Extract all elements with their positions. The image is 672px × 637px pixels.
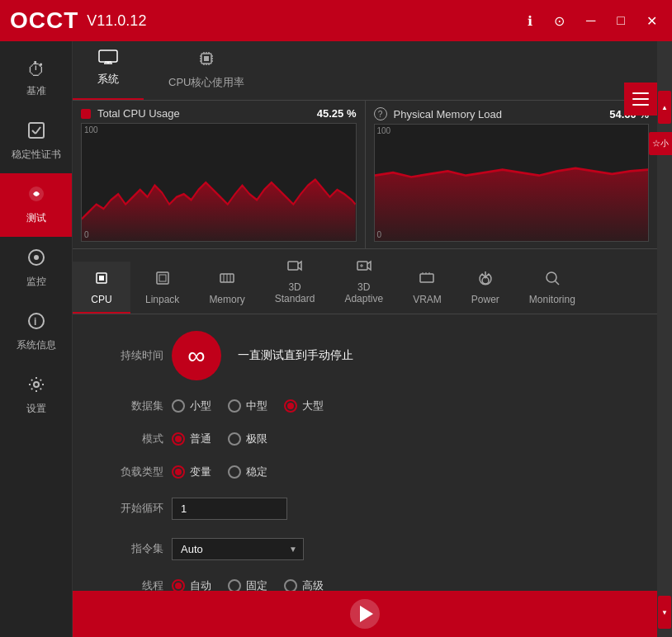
thread-auto-radio-inner xyxy=(175,583,182,589)
sidebar-label-test: 测试 xyxy=(26,211,46,225)
memory-load-panel: ? Physical Memory Load 54.60 % 100 0 xyxy=(366,101,658,248)
instruction-set-label: 指令集 xyxy=(97,541,163,556)
memory-help-icon[interactable]: ? xyxy=(374,107,387,120)
mode-extreme[interactable]: 极限 xyxy=(228,432,267,446)
right-panel-scroll-down[interactable]: ▼ xyxy=(658,596,671,629)
sub-tab-power[interactable]: Power xyxy=(457,262,514,314)
tab-cpu-cores-label: CPU核心使用率 xyxy=(168,75,244,90)
thread-fixed-radio[interactable] xyxy=(228,579,241,591)
svg-rect-28 xyxy=(99,276,104,281)
svg-rect-37 xyxy=(420,274,433,282)
start-cycle-input[interactable] xyxy=(172,498,287,520)
settings-area: 持续时间 ∞ 一直测试直到手动停止 数据集 小型 xyxy=(73,314,657,591)
duration-content: ∞ 一直测试直到手动停止 xyxy=(172,331,632,380)
right-panel-favorite[interactable]: ☆小 xyxy=(649,132,672,155)
menu-line-2 xyxy=(632,98,649,100)
sidebar-item-test[interactable]: 测试 xyxy=(0,173,72,237)
cpu-usage-header: Total CPU Usage 45.25 % xyxy=(81,107,357,120)
sidebar-item-sysinfo[interactable]: i 系统信息 xyxy=(0,300,72,364)
sub-tab-3d-standard[interactable]: 3DStandard xyxy=(260,249,330,314)
svg-rect-35 xyxy=(288,262,298,270)
tab-cpu-cores[interactable]: CPU核心使用率 xyxy=(144,41,269,100)
menu-button[interactable] xyxy=(624,83,657,116)
svg-line-2 xyxy=(35,127,40,134)
sub-tab-cpu[interactable]: CPU xyxy=(73,262,130,314)
main-layout: ⏱ 基准 稳定性证书 测试 xyxy=(0,41,672,637)
load-type-variable[interactable]: 变量 xyxy=(172,465,211,479)
thread-label: 线程 xyxy=(97,578,163,591)
monitor-icon xyxy=(27,248,45,270)
monitoring-subtab-icon xyxy=(544,270,561,290)
sub-tab-linpack-label: Linpack xyxy=(145,294,179,305)
thread-advanced[interactable]: 高级 xyxy=(284,578,324,591)
start-cycle-row: 开始循环 xyxy=(97,498,632,520)
mode-extreme-radio[interactable] xyxy=(228,432,241,446)
thread-auto-label: 自动 xyxy=(190,578,211,591)
dataset-large[interactable]: 大型 xyxy=(284,399,324,413)
sub-tab-3d-adaptive[interactable]: 3DAdaptive xyxy=(329,249,398,314)
cpu-usage-title: Total CPU Usage xyxy=(97,107,310,120)
sidebar-item-stability[interactable]: 稳定性证书 xyxy=(0,110,72,173)
svg-rect-30 xyxy=(159,275,166,281)
thread-fixed-label: 固定 xyxy=(246,578,267,591)
sub-tab-linpack[interactable]: Linpack xyxy=(130,262,194,314)
monitor-area: Total CPU Usage 45.25 % 100 0 xyxy=(73,101,657,249)
start-cycle-label: 开始循环 xyxy=(97,501,163,516)
dataset-label: 数据集 xyxy=(97,399,163,413)
sidebar-item-settings[interactable]: 设置 xyxy=(0,364,72,427)
load-variable-radio[interactable] xyxy=(172,465,185,479)
cpu-usage-panel: Total CPU Usage 45.25 % 100 0 xyxy=(73,101,366,248)
settings-icon xyxy=(27,375,45,397)
close-button[interactable]: ✕ xyxy=(641,10,662,32)
camera-button[interactable]: ⊙ xyxy=(549,10,570,32)
menu-line-3 xyxy=(632,104,649,106)
right-panel-scroll-up[interactable]: ▲ xyxy=(658,91,671,124)
cpu-subtab-icon xyxy=(93,270,110,290)
svg-point-41 xyxy=(482,277,489,284)
thread-auto-radio[interactable] xyxy=(172,579,185,591)
sidebar-item-benchmark[interactable]: ⏱ 基准 xyxy=(0,50,72,110)
thread-advanced-label: 高级 xyxy=(302,578,324,591)
mode-normal-radio[interactable] xyxy=(172,432,185,446)
benchmark-icon: ⏱ xyxy=(27,61,45,79)
load-stable-radio[interactable] xyxy=(228,465,241,479)
load-variable-radio-inner xyxy=(175,469,182,475)
app-logo: OCCT xyxy=(10,7,78,34)
sidebar-label-monitor: 监控 xyxy=(26,275,46,289)
play-button[interactable] xyxy=(350,599,380,629)
svg-rect-14 xyxy=(204,56,209,61)
sidebar-item-monitor[interactable]: 监控 xyxy=(0,237,72,300)
tab-system[interactable]: 系统 xyxy=(73,41,144,100)
bottom-bar[interactable] xyxy=(73,591,657,637)
thread-advanced-radio[interactable] xyxy=(284,579,297,591)
dataset-medium[interactable]: 中型 xyxy=(228,399,267,413)
dataset-medium-radio[interactable] xyxy=(228,399,241,413)
mem-chart-max: 100 xyxy=(377,126,391,135)
sub-tab-power-label: Power xyxy=(471,294,499,305)
info-button[interactable]: ℹ xyxy=(523,10,537,32)
sub-tab-vram[interactable]: VRAM xyxy=(398,262,457,314)
dataset-row: 数据集 小型 中型 xyxy=(97,399,632,413)
test-icon xyxy=(27,185,45,206)
dataset-small-radio[interactable] xyxy=(172,399,185,413)
menu-line-1 xyxy=(632,92,649,94)
sub-tab-memory[interactable]: Memory xyxy=(194,262,259,314)
load-type-stable[interactable]: 稳定 xyxy=(228,465,267,479)
titlebar-controls: ℹ ⊙ ─ □ ✕ xyxy=(523,10,662,32)
thread-fixed[interactable]: 固定 xyxy=(228,578,267,591)
minimize-button[interactable]: ─ xyxy=(581,10,600,31)
dataset-small[interactable]: 小型 xyxy=(172,399,211,413)
content-area: 系统 xyxy=(73,41,657,637)
memory-load-chart: 100 0 xyxy=(374,124,650,242)
sub-tab-monitoring[interactable]: Monitoring xyxy=(514,262,590,314)
dataset-large-radio[interactable] xyxy=(284,399,297,413)
instruction-set-select[interactable]: Auto SSE AVX AVX2 AVX512 xyxy=(172,538,304,560)
mode-normal[interactable]: 普通 xyxy=(172,432,211,446)
cpu-usage-indicator xyxy=(81,109,91,119)
maximize-button[interactable]: □ xyxy=(612,10,630,31)
sidebar-label-benchmark: 基准 xyxy=(26,84,46,98)
svg-rect-29 xyxy=(157,272,168,284)
start-cycle-content xyxy=(172,498,632,520)
thread-auto[interactable]: 自动 xyxy=(172,578,211,591)
3d-adaptive-subtab-icon xyxy=(356,257,372,278)
